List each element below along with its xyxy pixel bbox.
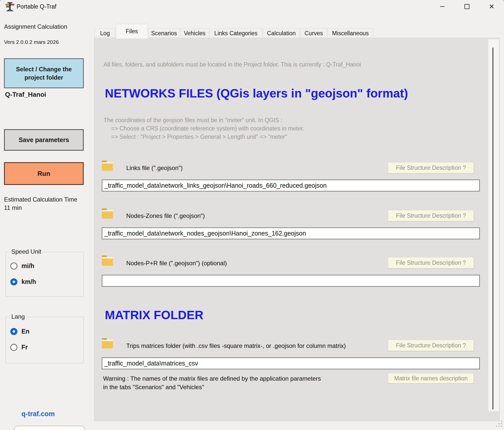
files-tab-panel: All files, folders, and subfolders must … <box>94 38 500 421</box>
radio-mi-h[interactable]: mi/h <box>10 262 34 270</box>
tab-miscellaneous[interactable]: Miscellaneous <box>328 28 373 38</box>
radio-label: mi/h <box>21 262 34 270</box>
radio-label: En <box>21 328 29 335</box>
crs-note: The coordinates of the geojson files mus… <box>104 116 304 141</box>
nodes-pr-path-input[interactable] <box>102 275 480 287</box>
select-project-folder-button[interactable]: Select / Change the project folder <box>4 58 84 88</box>
folder-icon <box>102 210 113 219</box>
app-subtitle: Assignment Calculation <box>4 23 67 30</box>
radio-button-icon[interactable] <box>10 262 17 270</box>
close-button[interactable]: ✕ <box>483 1 500 12</box>
close-icon: ✕ <box>489 3 494 10</box>
project-name: Q-Traf_Hanoi <box>5 91 46 98</box>
radio-button-icon[interactable] <box>10 328 17 335</box>
folder-icon <box>102 162 113 171</box>
partial-bottom-button[interactable] <box>14 426 85 430</box>
crs-note-line1: The coordinates of the geojson files mus… <box>104 116 304 124</box>
lang-legend: Lang <box>9 313 27 320</box>
trips-matrices-label: Trips matrices folder (with .csv files -… <box>126 342 346 349</box>
lang-group: Lang En Fr <box>6 317 84 363</box>
website-link[interactable]: q-traf.com <box>21 410 55 418</box>
save-parameters-button[interactable]: Save parameters <box>4 129 84 151</box>
version-label: Vers 2.0.0.2 mars 2026 <box>4 39 59 45</box>
run-button[interactable]: Run <box>4 162 84 185</box>
matrix-warning-line2: in the tabs "Scenarios" and "Vehicles" <box>103 383 321 391</box>
scrollbar-thumb[interactable] <box>492 48 493 409</box>
minimize-icon <box>440 6 445 7</box>
maximize-icon <box>464 4 469 9</box>
estimated-time-value: 11 min <box>4 204 77 212</box>
links-file-label: Links file (".geojson") <box>126 164 183 172</box>
file-structure-description-button[interactable]: File Structure Description ? <box>388 257 474 269</box>
radio-button-icon[interactable] <box>10 344 17 351</box>
radio-en[interactable]: En <box>10 328 29 335</box>
vertical-scrollbar[interactable] <box>488 39 499 411</box>
maximize-button[interactable] <box>459 1 475 12</box>
nodes-pr-file-label: Nodes-P+R file (".geojson") (optional) <box>126 260 227 267</box>
networks-files-heading: NETWORKS FILES (QGis layers in "geojson"… <box>105 86 408 100</box>
minimize-button[interactable] <box>434 1 451 12</box>
intro-text: All files, folders, and subfolders must … <box>104 61 361 68</box>
file-structure-description-button[interactable]: File Structure Description ? <box>388 210 474 221</box>
radio-label: km/h <box>21 278 36 285</box>
tab-links-categories[interactable]: Links Categories <box>209 28 262 38</box>
matrices-folder-path-input[interactable] <box>102 357 480 369</box>
crs-note-line2: => Choose a CRS (coordinate reference sy… <box>111 124 304 133</box>
crs-note-line3: => Select : "Project > Properties > Gene… <box>111 133 304 141</box>
nodes-zones-path-input[interactable] <box>102 227 480 239</box>
radio-label: Fr <box>21 344 28 351</box>
traffic-sign-icon <box>5 2 15 11</box>
folder-icon <box>102 257 113 266</box>
app-window: Portable Q-Traf ✕ Assignment Calculation… <box>0 0 504 430</box>
file-structure-description-button[interactable]: File Structure Description ? <box>388 340 474 351</box>
folder-icon <box>102 340 113 348</box>
tab-vehicles[interactable]: Vehicles <box>180 28 209 38</box>
radio-km-h[interactable]: km/h <box>10 278 36 285</box>
tab-files[interactable]: Files <box>116 24 148 39</box>
matrix-folder-heading: MATRIX FOLDER <box>105 308 203 322</box>
tab-calculation[interactable]: Calculation <box>263 28 300 38</box>
matrix-warning: Warning : The names of the matrix files … <box>103 374 321 391</box>
estimated-time-label: Estimated Calculation Time <box>4 195 77 204</box>
tab-scenarios[interactable]: Scenarios <box>148 28 180 38</box>
speed-unit-group: Speed Unit mi/h km/h <box>6 252 84 297</box>
tab-curves[interactable]: Curves <box>300 28 327 38</box>
estimated-time: Estimated Calculation Time 11 min <box>4 195 77 212</box>
speed-unit-legend: Speed Unit <box>9 248 43 255</box>
titlebar: Portable Q-Traf ✕ <box>0 0 504 13</box>
radio-fr[interactable]: Fr <box>10 344 28 351</box>
radio-button-icon[interactable] <box>10 278 17 285</box>
matrix-file-names-description-button[interactable]: Matrix file names description <box>388 373 474 384</box>
file-structure-description-button[interactable]: File Structure Description ? <box>388 162 474 174</box>
links-file-path-input[interactable] <box>102 180 480 191</box>
nodes-zones-file-label: Nodes-Zones file (".geojson") <box>126 212 205 219</box>
matrix-warning-line1: Warning : The names of the matrix files … <box>103 374 321 383</box>
window-title: Portable Q-Traf <box>17 0 56 13</box>
tab-log[interactable]: Log <box>94 28 115 38</box>
